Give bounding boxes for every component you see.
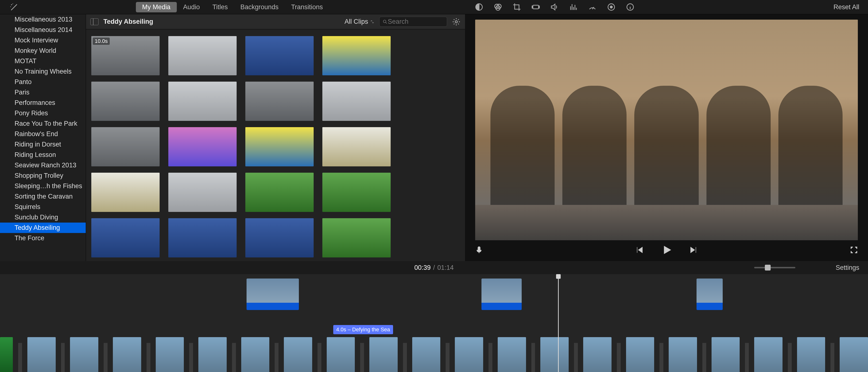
color-correction-icon[interactable] bbox=[494, 3, 502, 11]
media-clip[interactable] bbox=[168, 82, 237, 121]
sidebar-item[interactable]: Pony Rides bbox=[0, 108, 86, 118]
noise-equalizer-icon[interactable] bbox=[569, 3, 578, 11]
sidebar-item[interactable]: Sorting the Caravan bbox=[0, 191, 86, 202]
timeline-clip[interactable] bbox=[712, 337, 740, 372]
sidebar-item[interactable]: Riding Lesson bbox=[0, 150, 86, 160]
transition[interactable] bbox=[617, 343, 621, 372]
media-clip[interactable] bbox=[245, 127, 314, 166]
transition[interactable] bbox=[788, 343, 792, 372]
media-clip[interactable] bbox=[322, 127, 391, 166]
sidebar-item[interactable]: Monkey World bbox=[0, 45, 86, 56]
timeline-clip[interactable] bbox=[0, 337, 13, 372]
sidebar-item[interactable]: Race You To the Park bbox=[0, 118, 86, 129]
sidebar-item[interactable]: Sleeping…h the Fishes bbox=[0, 181, 86, 191]
timeline-settings-button[interactable]: Settings bbox=[836, 264, 859, 272]
timeline-clip[interactable] bbox=[840, 337, 868, 372]
tab-backgrounds[interactable]: Backgrounds bbox=[234, 2, 285, 12]
transition[interactable] bbox=[531, 343, 535, 372]
voiceover-mic-icon[interactable] bbox=[475, 245, 484, 257]
stabilization-icon[interactable] bbox=[531, 3, 540, 11]
transition[interactable] bbox=[189, 343, 193, 372]
sidebar-item[interactable]: No Training Wheels bbox=[0, 66, 86, 77]
transition[interactable] bbox=[489, 343, 492, 372]
cutaway-clip[interactable] bbox=[482, 279, 522, 310]
sidebar-item[interactable]: Squirrels bbox=[0, 202, 86, 212]
timeline-clip[interactable] bbox=[498, 337, 526, 372]
media-clip[interactable] bbox=[322, 173, 391, 212]
transition[interactable] bbox=[702, 343, 706, 372]
search-input[interactable] bbox=[388, 18, 444, 25]
media-clip[interactable] bbox=[91, 173, 160, 212]
media-clip[interactable] bbox=[168, 36, 237, 75]
media-clip[interactable] bbox=[245, 173, 314, 212]
fullscreen-icon[interactable] bbox=[849, 246, 858, 256]
timeline-clip[interactable] bbox=[626, 337, 654, 372]
sidebar-item[interactable]: Sunclub Diving bbox=[0, 212, 86, 223]
media-clip[interactable] bbox=[322, 82, 391, 121]
timeline-clip[interactable] bbox=[27, 337, 56, 372]
transition[interactable] bbox=[574, 343, 578, 372]
media-clip[interactable] bbox=[91, 127, 160, 166]
sidebar-item[interactable]: Mock Interview bbox=[0, 35, 86, 45]
media-clip[interactable] bbox=[168, 127, 237, 166]
transition[interactable] bbox=[317, 343, 321, 372]
speed-icon[interactable] bbox=[588, 3, 597, 11]
transition[interactable] bbox=[659, 343, 663, 372]
transition[interactable] bbox=[831, 343, 834, 372]
media-clip[interactable] bbox=[168, 218, 237, 257]
title-clip-label[interactable]: 4.0s – Defying the Sea bbox=[333, 325, 393, 334]
timeline-clip[interactable] bbox=[455, 337, 483, 372]
event-library-sidebar[interactable]: Miscellaneous 2013Miscellaneous 2014Mock… bbox=[0, 14, 86, 261]
sidebar-item[interactable]: Teddy Abseiling bbox=[0, 223, 86, 233]
browser-settings-icon[interactable] bbox=[452, 18, 461, 26]
timeline-clip[interactable] bbox=[583, 337, 612, 372]
sidebar-item[interactable]: Miscellaneous 2014 bbox=[0, 25, 86, 35]
clip-thumbnail-grid[interactable]: 10.0s bbox=[86, 29, 465, 261]
timeline-clip[interactable] bbox=[754, 337, 782, 372]
tab-transitions[interactable]: Transitions bbox=[285, 2, 329, 12]
timeline-clip[interactable] bbox=[284, 337, 312, 372]
media-clip[interactable] bbox=[91, 218, 160, 257]
transition[interactable] bbox=[445, 343, 450, 372]
media-clip[interactable] bbox=[245, 218, 314, 257]
search-field[interactable] bbox=[379, 17, 447, 27]
enhance-wand-icon[interactable] bbox=[10, 3, 19, 11]
sidebar-item[interactable]: Seaview Ranch 2013 bbox=[0, 160, 86, 170]
prev-clip-button[interactable] bbox=[634, 245, 644, 256]
media-clip[interactable] bbox=[245, 82, 314, 121]
tab-titles[interactable]: Titles bbox=[206, 2, 234, 12]
media-clip[interactable] bbox=[245, 36, 314, 75]
transition[interactable] bbox=[104, 343, 107, 372]
transition[interactable] bbox=[147, 343, 150, 372]
transition[interactable] bbox=[18, 343, 22, 372]
timeline-clip[interactable] bbox=[198, 337, 227, 372]
transition[interactable] bbox=[61, 343, 65, 372]
media-clip[interactable] bbox=[168, 173, 237, 212]
color-balance-icon[interactable] bbox=[475, 3, 484, 11]
info-share-icon[interactable] bbox=[607, 3, 616, 11]
volume-icon[interactable] bbox=[550, 3, 559, 11]
sidebar-item[interactable]: The Force bbox=[0, 233, 86, 243]
playhead[interactable] bbox=[558, 274, 559, 372]
tab-my-media[interactable]: My Media bbox=[136, 2, 177, 12]
sidebar-toggle-icon[interactable] bbox=[90, 19, 99, 25]
crop-icon[interactable] bbox=[513, 3, 521, 11]
timeline-clip[interactable] bbox=[113, 337, 141, 372]
timeline-clip[interactable] bbox=[412, 337, 440, 372]
timeline-clip[interactable] bbox=[241, 337, 270, 372]
media-clip[interactable] bbox=[322, 36, 391, 75]
sidebar-item[interactable]: Riding in Dorset bbox=[0, 139, 86, 150]
reset-all-button[interactable]: Reset All bbox=[833, 3, 859, 11]
timeline-clip[interactable] bbox=[669, 337, 697, 372]
media-clip[interactable] bbox=[91, 82, 160, 121]
sidebar-item[interactable]: Panto bbox=[0, 77, 86, 87]
transition[interactable] bbox=[403, 343, 407, 372]
clip-filter-dropdown[interactable]: All Clips bbox=[344, 18, 374, 25]
timeline-clip[interactable] bbox=[156, 337, 184, 372]
timeline-clip[interactable] bbox=[70, 337, 98, 372]
cutaway-clip[interactable] bbox=[696, 279, 723, 310]
timeline-clip[interactable] bbox=[540, 337, 569, 372]
sidebar-item[interactable]: Performances bbox=[0, 98, 86, 108]
sidebar-item[interactable]: Shopping Trolley bbox=[0, 170, 86, 181]
media-clip[interactable]: 10.0s bbox=[91, 36, 160, 75]
